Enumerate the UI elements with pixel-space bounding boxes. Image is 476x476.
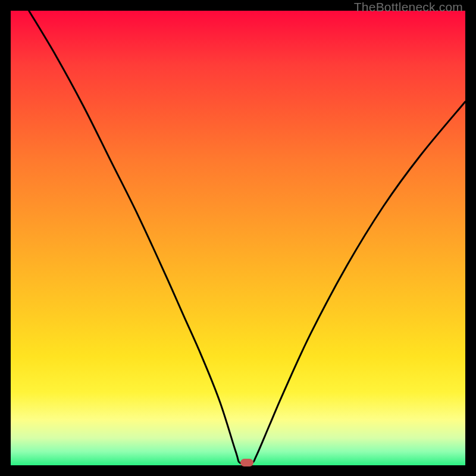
bottleneck-curve: [11, 11, 465, 465]
plot-area: [11, 11, 465, 465]
watermark-text: TheBottleneck.com: [354, 0, 463, 14]
bottleneck-marker: [240, 459, 253, 466]
chart-frame: TheBottleneck.com: [0, 0, 476, 476]
